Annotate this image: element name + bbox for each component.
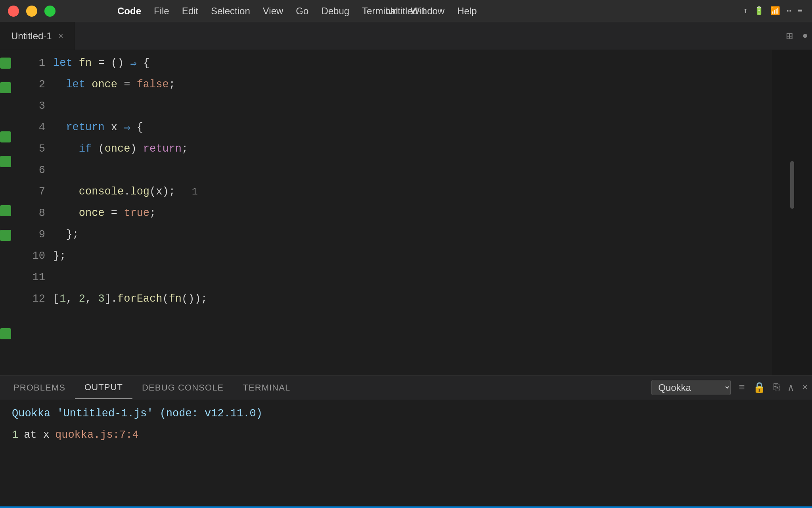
breakpoint-7[interactable] xyxy=(0,205,11,216)
minimap xyxy=(772,50,812,375)
code-line-4: return x ⇒ { xyxy=(53,117,772,138)
network-icon: ⬆ xyxy=(743,6,748,16)
panel-up-icon[interactable]: ∧ xyxy=(788,381,794,394)
breakpoint-4[interactable] xyxy=(0,131,11,142)
menu-edit[interactable]: Edit xyxy=(176,4,205,18)
code-line-11 xyxy=(53,267,772,288)
battery-icon: 🔋 xyxy=(754,6,764,16)
menu-go[interactable]: Go xyxy=(289,4,315,18)
more-icon: ⋯ xyxy=(787,6,791,16)
tab-untitled1[interactable]: Untitled-1 × xyxy=(0,22,75,50)
maximize-button[interactable] xyxy=(44,6,56,17)
panel: PROBLEMS OUTPUT DEBUG CONSOLE TERMINAL Q… xyxy=(0,375,812,506)
tab-label: Untitled-1 xyxy=(11,31,52,42)
split-editor-button[interactable]: ⊞ xyxy=(786,29,793,43)
output-result-at: at x xyxy=(24,429,50,441)
editor: 1 2 3 4 5 6 7 8 9 10 11 12 let fn = () ⇒… xyxy=(0,50,812,375)
tab-terminal[interactable]: TERMINAL xyxy=(233,376,300,399)
code-line-5: if (once) return; xyxy=(53,138,772,160)
line-numbers: 1 2 3 4 5 6 7 8 9 10 11 12 xyxy=(17,50,53,375)
window-title: Untitled-1 xyxy=(386,6,427,17)
panel-lock-icon[interactable]: 🔒 xyxy=(753,381,766,394)
code-line-2: let once = false; xyxy=(53,74,772,95)
panel-actions: Quokka Extension Host ≡ 🔒 ⎘ ∧ × xyxy=(651,380,808,395)
breakpoint-5[interactable] xyxy=(0,156,11,167)
output-result-number: 1 xyxy=(12,429,18,441)
breakpoint-9-empty xyxy=(0,254,11,266)
output-result-line: 1 at x quokka.js:7:4 xyxy=(12,429,800,441)
code-line-1: let fn = () ⇒ { xyxy=(53,52,772,74)
window-controls xyxy=(0,6,103,17)
panel-close-icon[interactable]: × xyxy=(802,382,808,394)
breakpoint-11-empty xyxy=(0,304,11,315)
breakpoint-column xyxy=(0,50,17,375)
code-content[interactable]: let fn = () ⇒ { let once = false; return… xyxy=(53,50,772,375)
panel-tab-bar: PROBLEMS OUTPUT DEBUG CONSOLE TERMINAL Q… xyxy=(0,376,812,400)
breakpoint-12[interactable] xyxy=(0,328,11,339)
breakpoint-1[interactable] xyxy=(0,58,11,69)
breakpoint-6-empty xyxy=(0,181,11,192)
close-button[interactable] xyxy=(8,6,19,17)
status-bar: ✖ 0 ⚠ 0 Ln 12, Col 25 Spaces: 2 UTF-8 LF… xyxy=(0,506,812,508)
code-line-3 xyxy=(53,95,772,117)
output-source-select[interactable]: Quokka Extension Host xyxy=(651,380,731,395)
menu-selection[interactable]: Selection xyxy=(205,4,257,18)
code-line-6 xyxy=(53,160,772,181)
title-bar: Code File Edit Selection View Go Debug T… xyxy=(0,0,812,22)
panel-filter-icon[interactable]: ≡ xyxy=(739,382,745,394)
menu-debug[interactable]: Debug xyxy=(315,4,356,18)
scrollbar-thumb[interactable] xyxy=(790,161,794,209)
list-icon: ≡ xyxy=(798,6,802,15)
code-line-9: }; xyxy=(53,224,772,245)
output-quokka-header: Quokka 'Untitled-1.js' (node: v12.11.0) xyxy=(12,408,800,419)
breakpoint-8[interactable] xyxy=(0,230,11,241)
breakpoint-2[interactable] xyxy=(0,82,11,93)
wifi-icon: 📶 xyxy=(770,6,780,16)
breakpoint-10-empty xyxy=(0,279,11,290)
tab-output[interactable]: OUTPUT xyxy=(75,376,132,399)
output-result-location[interactable]: quokka.js:7:4 xyxy=(55,429,139,441)
minimize-button[interactable] xyxy=(26,6,37,17)
code-line-12: [1, 2, 3].forEach(fn()); xyxy=(53,288,772,310)
tab-bar: Untitled-1 × ⊞ ● xyxy=(0,22,812,50)
menu-help[interactable]: Help xyxy=(451,4,483,18)
code-line-8: once = true; xyxy=(53,202,772,224)
code-line-7: console.log(x); 1 xyxy=(53,181,772,202)
tab-dot-button[interactable]: ● xyxy=(802,31,808,41)
panel-copy-icon[interactable]: ⎘ xyxy=(774,382,780,394)
panel-content: Quokka 'Untitled-1.js' (node: v12.11.0) … xyxy=(0,400,812,506)
menu-view[interactable]: View xyxy=(257,4,290,18)
code-line-10: }; xyxy=(53,245,772,267)
menu-file[interactable]: File xyxy=(147,4,176,18)
title-bar-right: ⬆ 🔋 📶 ⋯ ≡ xyxy=(743,6,812,16)
tab-debug-console[interactable]: DEBUG CONSOLE xyxy=(132,376,233,399)
breakpoint-3-empty xyxy=(0,107,11,118)
menu-code[interactable]: Code xyxy=(111,4,147,18)
tab-close-icon[interactable]: × xyxy=(58,31,63,41)
tab-problems[interactable]: PROBLEMS xyxy=(4,376,75,399)
